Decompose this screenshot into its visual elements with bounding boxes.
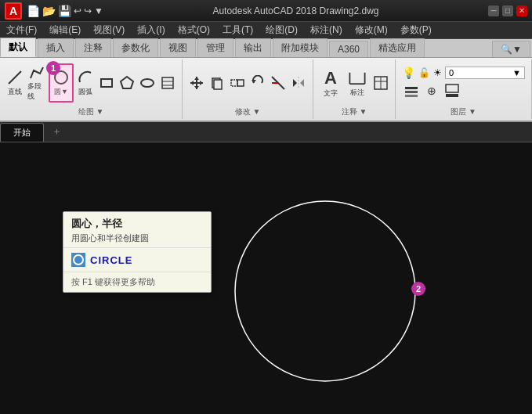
ribbon: 默认 插入 注释 参数化 视图 管理 输出 附加模块 A360 精选应用 🔍▼ … bbox=[0, 39, 532, 122]
svg-marker-8 bbox=[194, 77, 199, 80]
menu-format[interactable]: 格式(O) bbox=[172, 22, 216, 38]
app-icon: A bbox=[5, 2, 22, 20]
menu-bar: 文件(F) 编辑(E) 视图(V) 插入(I) 格式(O) 工具(T) 绘图(D… bbox=[0, 22, 532, 39]
tab-bar: 开始 ＋ bbox=[0, 122, 532, 142]
svg-point-4 bbox=[141, 79, 154, 87]
rectangle-tool-button[interactable] bbox=[97, 74, 116, 92]
svg-rect-30 bbox=[405, 95, 418, 97]
tab-addons[interactable]: 附加模块 bbox=[273, 38, 328, 57]
menu-view[interactable]: 视图(V) bbox=[87, 22, 131, 38]
svg-marker-16 bbox=[252, 80, 256, 83]
trim-tool-button[interactable] bbox=[269, 74, 288, 92]
tab-insert[interactable]: 插入 bbox=[38, 38, 74, 57]
svg-rect-31 bbox=[446, 85, 458, 92]
svg-rect-32 bbox=[446, 94, 458, 97]
hatch-tool-button[interactable] bbox=[158, 74, 177, 92]
svg-rect-29 bbox=[405, 91, 418, 93]
rotate-tool-button[interactable] bbox=[248, 74, 267, 92]
svg-rect-2 bbox=[101, 79, 112, 87]
table-tool-button[interactable] bbox=[371, 74, 390, 92]
svg-rect-5 bbox=[162, 77, 173, 88]
tooltip-header: 圆心，半径 用圆心和半径创建圆 bbox=[63, 212, 211, 248]
menu-dimension[interactable]: 标注(N) bbox=[304, 22, 349, 38]
ellipse-tool-button[interactable] bbox=[138, 74, 157, 92]
menu-draw[interactable]: 绘图(D) bbox=[259, 22, 304, 38]
layer-lock-icon: 🔓 bbox=[418, 67, 430, 78]
draw-tools: 直线 多段线 圆▼ 1 bbox=[5, 61, 177, 105]
svg-marker-9 bbox=[194, 86, 199, 89]
text-tool-button[interactable]: A 文字 bbox=[318, 63, 343, 103]
modify-tools bbox=[187, 61, 308, 105]
save-icon[interactable]: 💾 bbox=[58, 5, 71, 17]
tab-search[interactable]: 🔍▼ bbox=[492, 41, 530, 57]
layer-status-icon: 💡 bbox=[402, 67, 415, 79]
svg-marker-11 bbox=[200, 81, 203, 85]
more-icon[interactable]: ▼ bbox=[94, 5, 103, 16]
mirror-tool-button[interactable] bbox=[289, 74, 308, 92]
layer-visible-icon: ☀ bbox=[433, 67, 442, 78]
badge-1: 1 bbox=[46, 61, 60, 75]
svg-marker-21 bbox=[300, 79, 304, 87]
maximize-button[interactable]: □ bbox=[502, 5, 513, 16]
match-properties-button[interactable]: ⊕ bbox=[422, 81, 441, 100]
menu-file[interactable]: 文件(F) bbox=[0, 22, 43, 38]
open-icon[interactable]: 📂 bbox=[42, 5, 56, 17]
layers-group-label: 图层 ▼ bbox=[451, 106, 476, 117]
draw-group-label: 绘图 ▼ bbox=[78, 106, 104, 117]
tooltip-hint: 按 F1 键获得更多帮助 bbox=[63, 272, 211, 292]
svg-marker-3 bbox=[121, 77, 133, 88]
ribbon-group-annotation: A 文字 标注 注释 ▼ bbox=[313, 59, 396, 119]
modify-group-label: 修改 ▼ bbox=[235, 106, 261, 117]
ribbon-group-draw: 直线 多段线 圆▼ 1 bbox=[0, 59, 183, 119]
new-tab-button[interactable]: ＋ bbox=[45, 121, 68, 142]
tab-featured[interactable]: 精选应用 bbox=[370, 38, 425, 57]
tooltip-popup: 圆心，半径 用圆心和半径创建圆 CIRCLE 按 F1 键获得更多帮助 bbox=[63, 211, 212, 293]
ribbon-tabs: 默认 插入 注释 参数化 视图 管理 输出 附加模块 A360 精选应用 🔍▼ bbox=[0, 39, 532, 58]
new-icon[interactable]: 📄 bbox=[27, 5, 40, 17]
ribbon-content: 直线 多段线 圆▼ 1 bbox=[0, 58, 532, 121]
minimize-button[interactable]: ─ bbox=[488, 5, 499, 16]
window-controls: ─ □ ✕ bbox=[488, 5, 527, 16]
tab-output[interactable]: 输出 bbox=[235, 38, 271, 57]
tooltip-title: 圆心，半径 bbox=[71, 217, 203, 231]
redo-icon[interactable]: ↪ bbox=[84, 5, 92, 16]
polyline-tool-button[interactable]: 多段线 bbox=[27, 63, 47, 103]
drawing-area[interactable]: 2 圆心，半径 用圆心和半径创建圆 CIRCLE 按 F1 键获得更多帮助 bbox=[0, 142, 532, 414]
tab-parametric[interactable]: 参数化 bbox=[113, 38, 158, 57]
svg-marker-10 bbox=[190, 81, 194, 85]
line-tool-button[interactable]: 直线 bbox=[5, 63, 25, 103]
menu-parametric[interactable]: 参数(P) bbox=[394, 22, 438, 38]
layer-dropdown[interactable]: 0▼ bbox=[445, 67, 525, 79]
menu-edit[interactable]: 编辑(E) bbox=[43, 22, 87, 38]
annotation-tools: A 文字 标注 bbox=[318, 61, 390, 105]
menu-modify[interactable]: 修改(M) bbox=[349, 22, 394, 38]
polygon-tool-button[interactable] bbox=[118, 74, 136, 92]
arc-tool-button[interactable]: 圆弧 bbox=[75, 63, 96, 103]
menu-insert[interactable]: 插入(I) bbox=[131, 22, 171, 38]
layer-color-button[interactable] bbox=[443, 81, 461, 100]
tooltip-description: 用圆心和半径创建圆 bbox=[71, 232, 203, 244]
layer-tools: 💡 🔓 ☀ 0▼ ⊕ bbox=[400, 61, 527, 105]
dimension-tool-button[interactable]: 标注 bbox=[345, 63, 370, 103]
menu-tools[interactable]: 工具(T) bbox=[216, 22, 259, 38]
undo-icon[interactable]: ↩ bbox=[74, 5, 81, 16]
copy-tool-button[interactable] bbox=[208, 74, 226, 92]
window-title: Autodesk AutoCAD 2018 Drawing2.dwg bbox=[103, 5, 488, 16]
circle-tool-button[interactable]: 圆▼ 1 bbox=[49, 63, 74, 103]
drawing-tab-start[interactable]: 开始 bbox=[0, 123, 44, 142]
stretch-tool-button[interactable] bbox=[228, 74, 247, 92]
tab-view[interactable]: 视图 bbox=[160, 38, 196, 57]
tab-a360[interactable]: A360 bbox=[329, 41, 368, 57]
close-button[interactable]: ✕ bbox=[516, 5, 527, 16]
svg-rect-28 bbox=[405, 87, 418, 89]
tab-annotation[interactable]: 注释 bbox=[75, 38, 111, 57]
tab-manage[interactable]: 管理 bbox=[197, 38, 233, 57]
title-bar: A 📄 📂 💾 ↩ ↪ ▼ Autodesk AutoCAD 2018 Draw… bbox=[0, 0, 532, 22]
svg-line-0 bbox=[9, 71, 21, 84]
layer-properties-button[interactable] bbox=[402, 81, 421, 100]
tab-default[interactable]: 默认 bbox=[0, 38, 36, 57]
move-tool-button[interactable] bbox=[187, 74, 206, 92]
svg-rect-15 bbox=[237, 80, 244, 86]
command-icon bbox=[71, 253, 85, 267]
svg-rect-13 bbox=[214, 80, 222, 89]
